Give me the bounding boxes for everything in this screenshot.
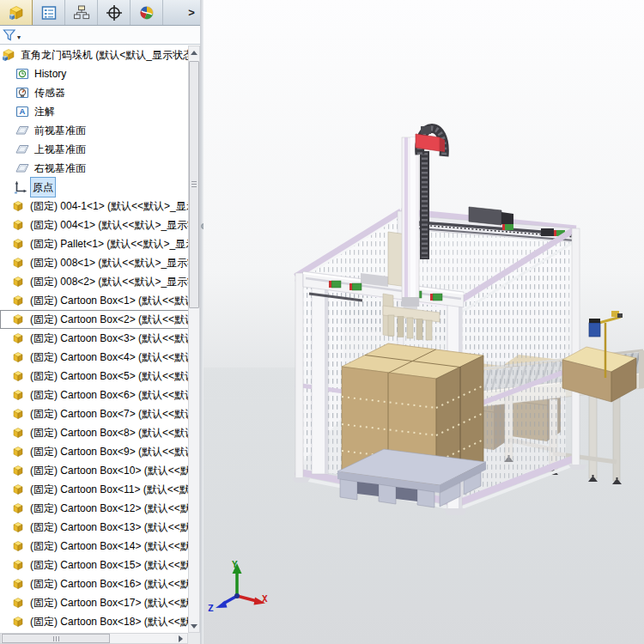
tree-item-label: (固定) Cartoon Box<6> (默认<<默认>_显示状态 1>): [28, 386, 188, 404]
triad-x-label: X: [262, 593, 268, 605]
tree-item[interactable]: (固定) Cartoon Box<16> (默认<<默认>_显示状态 1>): [0, 574, 188, 593]
tree-item-icon: [15, 67, 29, 81]
tree-item[interactable]: (固定) Cartoon Box<7> (默认<<默认>_显示状态 1>): [0, 404, 188, 423]
dimxpert-icon: [106, 4, 123, 21]
tree-item-label: (固定) Pallet<1> (默认<<默认>_显示状态 1>): [28, 234, 188, 253]
tree-item-icon: [11, 558, 25, 572]
tree-item-icon: [11, 294, 25, 307]
scroll-up-icon: [191, 51, 197, 55]
tree-item-icon: [15, 161, 29, 175]
tree-item-icon: [15, 105, 29, 118]
tree-item[interactable]: 前视基准面: [0, 121, 88, 140]
tree-item-icon: [15, 143, 29, 156]
tree-item[interactable]: 右视基准面: [0, 159, 88, 178]
manager-tab-bar: >: [0, 0, 200, 26]
triad-z-label: Z: [208, 603, 214, 614]
tab-propertymanager[interactable]: [33, 0, 65, 25]
tree-item[interactable]: (固定) Cartoon Box<17> (默认<<默认>_显示状态 1>): [0, 593, 188, 612]
tree-item[interactable]: 直角龙门码垛机 (默认<默认_显示状态-1>): [0, 46, 188, 64]
tree-item-icon: [11, 501, 25, 515]
tree-item-label: (固定) Cartoon Box<16> (默认<<默认>_显示状态 1>): [28, 574, 188, 593]
tree-item-icon: [11, 426, 25, 440]
configurationmanager-icon: [73, 4, 90, 21]
tree-item-label: 前视基准面: [33, 121, 88, 140]
tree-horizontal-scrollbar[interactable]: [0, 633, 188, 644]
tree-item[interactable]: (固定) Cartoon Box<4> (默认<<默认>_显示状态 1>): [0, 348, 188, 367]
tree-item[interactable]: (固定) Cartoon Box<1> (默认<<默认>_显示状态 1>): [0, 291, 188, 310]
featuremanager-icon: [8, 4, 25, 21]
tree-item[interactable]: (固定) 008<2> (默认<<默认>_显示状态 1>): [0, 272, 188, 291]
tree-item-icon: [14, 180, 27, 194]
tree-item-label: 注解: [33, 102, 57, 121]
vertical-scroll-thumb[interactable]: [189, 61, 199, 308]
tree-item[interactable]: 上视基准面: [0, 140, 88, 159]
tree-item-icon: [11, 388, 25, 402]
tree-item-icon: [2, 48, 15, 62]
scroll-down-icon: [191, 624, 197, 629]
tree-item[interactable]: (固定) Pallet<1> (默认<<默认>_显示状态 1>): [0, 234, 188, 253]
tree-item[interactable]: (固定) Cartoon Box<2> (默认<<默认>_显示状态 1>): [0, 310, 188, 329]
scroll-thumb-grip: [191, 184, 197, 185]
tree-item-icon: [11, 539, 25, 553]
tree-item[interactable]: (固定) Cartoon Box<18> (默认<<默认>_显示状态 1>): [0, 612, 188, 631]
tree-item-icon: [11, 445, 25, 459]
tree-item[interactable]: (固定) Cartoon Box<12> (默认<<默认>_显示状态 1>): [0, 499, 188, 518]
graphics-viewport[interactable]: Y X Z: [204, 0, 644, 644]
tree-item[interactable]: (固定) Cartoon Box<13> (默认<<默认>_显示状态 1>): [0, 518, 188, 537]
filter-dropdown-caret[interactable]: ▾: [17, 33, 21, 41]
displaymanager-icon: [138, 4, 155, 21]
tree-item-label: 右视基准面: [33, 159, 88, 178]
tree-item-label: (固定) Cartoon Box<17> (默认<<默认>_显示状态 1>): [28, 593, 188, 612]
tree-item[interactable]: (固定) Cartoon Box<14> (默认<<默认>_显示状态 1>): [0, 537, 188, 556]
tree-item[interactable]: (固定) Cartoon Box<15> (默认<<默认>_显示状态 1>): [0, 556, 188, 574]
solidworks-window: > ▾ 直角龙门码垛机 (默认<默认_显示状态-1>) History 传感器 …: [0, 0, 644, 644]
horizontal-scroll-thumb[interactable]: [2, 634, 110, 643]
tree-item[interactable]: (固定) 008<1> (默认<<默认>_显示状态 1>): [0, 253, 188, 272]
tree-item-icon: [11, 577, 25, 591]
tree-item-label: (固定) 004<1> (默认<<默认>_显示状态 1>): [28, 216, 188, 234]
tree-item-label: (固定) Cartoon Box<7> (默认<<默认>_显示状态 1>): [28, 404, 188, 423]
tree-item[interactable]: (固定) Cartoon Box<10> (默认<<默认>_显示状态 1>): [0, 461, 188, 480]
tree-item-label: (固定) Cartoon Box<8> (默认<<默认>_显示状态 1>): [28, 423, 188, 442]
tree-item[interactable]: History: [0, 64, 68, 83]
feature-manager-panel: > ▾ 直角龙门码垛机 (默认<默认_显示状态-1>) History 传感器 …: [0, 0, 200, 644]
triad-y-label: Y: [232, 559, 238, 570]
filter-funnel-icon[interactable]: [3, 28, 16, 42]
tree-item-icon: [11, 256, 25, 270]
scroll-up-button[interactable]: [189, 46, 199, 58]
tree-item[interactable]: 传感器: [0, 83, 67, 102]
scroll-right-button[interactable]: [174, 634, 186, 643]
x-axis-motor[interactable]: [469, 207, 501, 225]
tree-item[interactable]: (固定) 004-1<1> (默认<<默认>_显示状态 1>): [0, 197, 188, 216]
tree-item-icon: [11, 483, 25, 496]
tree-item-icon: [11, 596, 25, 610]
tree-item[interactable]: 注解: [0, 102, 57, 121]
scroll-down-button[interactable]: [189, 620, 199, 632]
tree-item[interactable]: (固定) Cartoon Box<6> (默认<<默认>_显示状态 1>): [0, 386, 188, 404]
tree-item-label: (固定) Cartoon Box<3> (默认<<默认>_显示状态 1>): [28, 329, 188, 348]
tree-item[interactable]: (固定) Cartoon Box<5> (默认<<默认>_显示状态 1>): [0, 367, 188, 386]
tab-featuremanager[interactable]: [0, 0, 33, 25]
tree-filter-row: ▾: [0, 26, 200, 45]
tree-item-label: (固定) 008<1> (默认<<默认>_显示状态 1>): [28, 253, 188, 272]
tree-item[interactable]: (固定) Cartoon Box<11> (默认<<默认>_显示状态 1>): [0, 480, 188, 499]
tree-item[interactable]: (固定) Cartoon Box<3> (默认<<默认>_显示状态 1>): [0, 329, 188, 348]
tree-item[interactable]: 原点: [0, 178, 55, 197]
tree-item-label: 传感器: [33, 83, 67, 102]
tab-overflow-chevron[interactable]: >: [183, 0, 200, 25]
tree-item-label: (固定) Cartoon Box<11> (默认<<默认>_显示状态 1>): [28, 480, 188, 499]
tree-item-label: (固定) Cartoon Box<14> (默认<<默认>_显示状态 1>): [28, 537, 188, 556]
tab-configurationmanager[interactable]: [65, 0, 98, 25]
tree-item[interactable]: (固定) 004<1> (默认<<默认>_显示状态 1>): [0, 216, 188, 234]
tree-vertical-scrollbar[interactable]: [188, 46, 200, 633]
tab-displaymanager[interactable]: [131, 0, 163, 25]
tree-item-label: 直角龙门码垛机 (默认<默认_显示状态-1>): [19, 46, 188, 64]
tab-dimxpertmanager[interactable]: [98, 0, 131, 25]
tree-item-label: (固定) 004-1<1> (默认<<默认>_显示状态 1>): [28, 197, 188, 216]
tree-item-label: (固定) Cartoon Box<15> (默认<<默认>_显示状态 1>): [28, 556, 188, 574]
tree-item[interactable]: (固定) Cartoon Box<8> (默认<<默认>_显示状态 1>): [0, 423, 188, 442]
scroll-right-icon: [179, 635, 183, 642]
tree-item[interactable]: (固定) Cartoon Box<9> (默认<<默认>_显示状态 1>): [0, 442, 188, 461]
tree-item-icon: [11, 407, 25, 421]
tree-item-icon: [11, 615, 25, 629]
